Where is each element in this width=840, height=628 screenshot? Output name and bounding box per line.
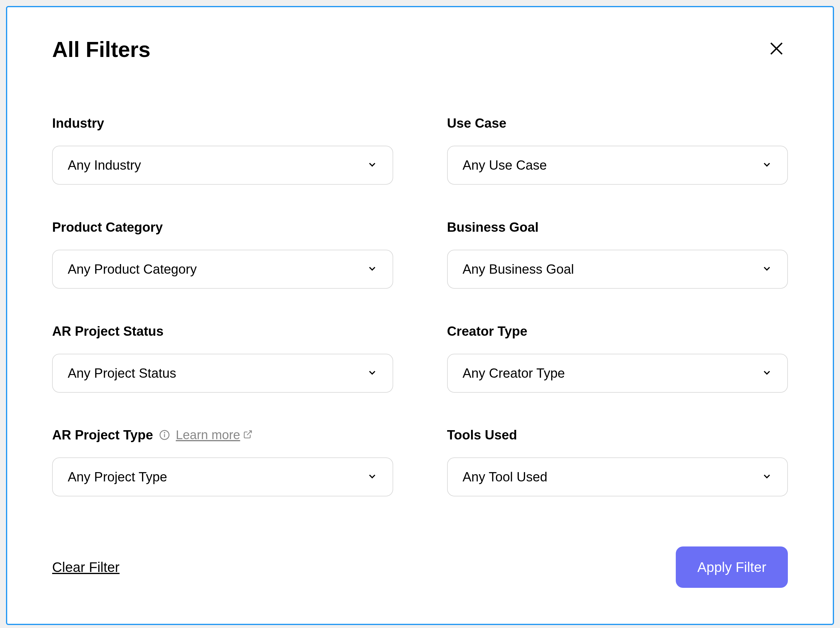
filter-group-creator-type: Creator Type Any Creator Type bbox=[447, 324, 788, 395]
close-button[interactable] bbox=[765, 37, 788, 61]
svg-line-5 bbox=[247, 431, 252, 435]
filter-group-business-goal: Business Goal Any Business Goal bbox=[447, 220, 788, 291]
filter-label-tools-used: Tools Used bbox=[447, 427, 788, 443]
select-business-goal[interactable]: Any Business Goal bbox=[447, 250, 788, 289]
chevron-down-icon bbox=[367, 471, 377, 483]
select-value-industry: Any Industry bbox=[68, 158, 141, 172]
svg-point-4 bbox=[164, 433, 165, 433]
select-ar-project-status[interactable]: Any Project Status bbox=[52, 354, 393, 393]
filter-label-industry: Industry bbox=[52, 116, 393, 131]
filters-grid: Industry Any Industry Use Case Any Use C… bbox=[52, 116, 788, 498]
chevron-down-icon bbox=[367, 159, 377, 171]
filter-group-product-category: Product Category Any Product Category bbox=[52, 220, 393, 291]
filter-group-ar-project-type: AR Project Type Learn more Any Project T… bbox=[52, 427, 393, 498]
filter-label-business-goal: Business Goal bbox=[447, 220, 788, 235]
chevron-down-icon bbox=[761, 159, 772, 171]
chevron-down-icon bbox=[761, 263, 772, 275]
filter-group-use-case: Use Case Any Use Case bbox=[447, 116, 788, 187]
filter-group-tools-used: Tools Used Any Tool Used bbox=[447, 427, 788, 498]
select-industry[interactable]: Any Industry bbox=[52, 146, 393, 185]
close-icon bbox=[768, 40, 785, 58]
modal-header: All Filters bbox=[52, 37, 788, 62]
learn-more-text: Learn more bbox=[176, 428, 240, 442]
select-creator-type[interactable]: Any Creator Type bbox=[447, 354, 788, 393]
clear-filter-button[interactable]: Clear Filter bbox=[52, 559, 120, 575]
apply-filter-button[interactable]: Apply Filter bbox=[676, 546, 788, 588]
filter-group-industry: Industry Any Industry bbox=[52, 116, 393, 187]
select-value-tools-used: Any Tool Used bbox=[463, 470, 548, 484]
chevron-down-icon bbox=[367, 263, 377, 275]
filter-label-creator-type: Creator Type bbox=[447, 324, 788, 339]
external-link-icon bbox=[243, 428, 253, 442]
filter-label-ar-project-status: AR Project Status bbox=[52, 324, 393, 339]
select-value-ar-project-status: Any Project Status bbox=[68, 366, 176, 381]
learn-more-link[interactable]: Learn more bbox=[176, 428, 253, 442]
modal-footer: Clear Filter Apply Filter bbox=[52, 546, 788, 588]
chevron-down-icon bbox=[367, 367, 377, 379]
select-product-category[interactable]: Any Product Category bbox=[52, 250, 393, 289]
filter-label-ar-project-type: AR Project Type Learn more bbox=[52, 427, 393, 443]
filter-label-product-category: Product Category bbox=[52, 220, 393, 235]
select-value-business-goal: Any Business Goal bbox=[463, 262, 574, 277]
filter-label-text-ar-project-type: AR Project Type bbox=[52, 427, 153, 443]
select-use-case[interactable]: Any Use Case bbox=[447, 146, 788, 185]
filter-label-use-case: Use Case bbox=[447, 116, 788, 131]
modal-title: All Filters bbox=[52, 37, 150, 62]
select-value-product-category: Any Product Category bbox=[68, 262, 197, 277]
chevron-down-icon bbox=[761, 367, 772, 379]
all-filters-modal: All Filters Industry Any Industry Use Ca… bbox=[6, 6, 834, 625]
select-value-ar-project-type: Any Project Type bbox=[68, 470, 167, 484]
select-value-creator-type: Any Creator Type bbox=[463, 366, 565, 381]
select-tools-used[interactable]: Any Tool Used bbox=[447, 457, 788, 497]
filter-group-ar-project-status: AR Project Status Any Project Status bbox=[52, 324, 393, 395]
select-value-use-case: Any Use Case bbox=[463, 158, 547, 172]
chevron-down-icon bbox=[761, 471, 772, 483]
info-icon bbox=[159, 430, 170, 440]
select-ar-project-type[interactable]: Any Project Type bbox=[52, 457, 393, 497]
